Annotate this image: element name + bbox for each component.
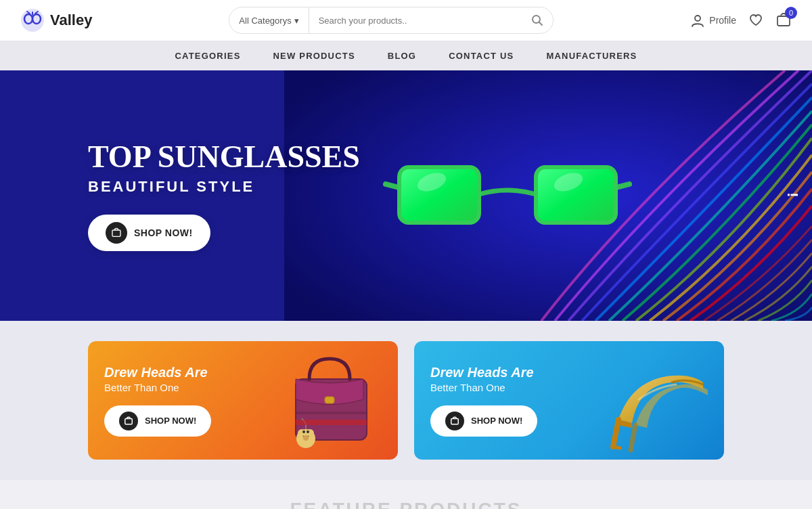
main-nav: CATEGORIES NEW PRODUCTS BLOG CONTACT US … [0, 41, 812, 70]
profile-icon [690, 13, 705, 28]
promo-bag-product [272, 341, 387, 460]
promo-bags-shop-button[interactable]: SHOP NOW! [104, 405, 211, 437]
svg-line-30 [613, 447, 620, 448]
svg-rect-8 [112, 230, 120, 236]
promo-bags-btn-label: SHOP NOW! [145, 416, 196, 426]
shopping-bag-icon [111, 227, 122, 238]
promo-card-shoes: Drew Heads Are Better Than One SHOP NOW! [414, 341, 724, 460]
shopping-bag-icon-sm [124, 416, 133, 426]
search-button[interactable] [522, 14, 553, 26]
nav-manufacturers[interactable]: MANUFACTURERS [546, 51, 637, 61]
promo-shoe-product [598, 341, 713, 460]
hero-hint: ! [784, 192, 801, 198]
search-icon [531, 14, 543, 26]
profile-button[interactable]: Profile [690, 13, 736, 28]
svg-line-4 [539, 22, 543, 26]
promo-shoes-cart-icon [445, 412, 464, 430]
promo-card-shoes-text: Drew Heads Are Better Than One SHOP NOW! [414, 346, 554, 456]
promo-card-shoes-subtitle: Better Than One [430, 382, 537, 393]
chevron-down-icon: ▾ [294, 16, 299, 26]
cart-button[interactable]: 0 [775, 12, 792, 28]
heart-icon [748, 13, 763, 28]
promo-bags-cart-icon [119, 412, 138, 430]
promo-card-bags-subtitle: Better Than One [104, 382, 211, 393]
feature-title: FEATURE PRODUCTS [27, 499, 785, 509]
hero-subtitle: BEAUTIFUL STYLE [88, 178, 360, 196]
logo-text: Valley [50, 12, 92, 29]
svg-rect-27 [296, 420, 367, 425]
promo-card-bags-title: Drew Heads Are [104, 365, 211, 380]
promo-card-bags: Drew Heads Are Better Than One SHOP NOW! [88, 341, 398, 460]
nav-contact-us[interactable]: CONTACT US [449, 51, 514, 61]
svg-rect-17 [325, 397, 334, 403]
category-dropdown[interactable]: All Categorys ▾ [229, 7, 309, 33]
hero-product-image [379, 127, 636, 265]
svg-rect-28 [451, 418, 459, 424]
sunglasses-svg [379, 127, 636, 262]
header-actions: Profile 0 [690, 12, 792, 28]
hero-content: TOP SUNGLASSES BEAUTIFUL STYLE SHOP NOW! [0, 140, 360, 252]
hero-title: TOP SUNGLASSES [88, 140, 360, 175]
nav-categories[interactable]: CATEGORIES [175, 51, 241, 61]
promo-shoes-shop-button[interactable]: SHOP NOW! [430, 405, 537, 437]
hero-section: TOP SUNGLASSES BEAUTIFUL STYLE SHOP NOW! [0, 70, 812, 321]
promo-section: Drew Heads Are Better Than One SHOP NOW! [0, 321, 812, 480]
hero-shop-button[interactable]: SHOP NOW! [88, 215, 210, 251]
heels-svg [598, 341, 713, 457]
search-input[interactable] [309, 7, 522, 33]
svg-point-5 [695, 16, 700, 21]
svg-line-31 [631, 425, 635, 450]
handbag-svg [272, 341, 387, 457]
shopping-bag-icon-sm2 [450, 416, 459, 426]
feature-section: FEATURE PRODUCTS [0, 480, 812, 509]
svg-point-24 [303, 435, 309, 441]
svg-point-22 [302, 430, 305, 433]
wishlist-button[interactable] [748, 13, 763, 28]
promo-card-bags-text: Drew Heads Are Better Than One SHOP NOW! [88, 346, 227, 456]
svg-line-29 [613, 420, 618, 447]
search-bar: All Categorys ▾ [229, 7, 554, 34]
hero-btn-label: SHOP NOW! [134, 227, 193, 238]
promo-card-shoes-title: Drew Heads Are [430, 365, 537, 380]
header: Valley All Categorys ▾ Profile [0, 0, 812, 41]
cart-badge-count: 0 [785, 7, 797, 19]
logo-icon [20, 8, 45, 32]
svg-point-23 [307, 430, 309, 433]
nav-blog[interactable]: BLOG [388, 51, 416, 61]
nav-new-products[interactable]: NEW PRODUCTS [273, 51, 355, 61]
category-label: All Categorys [239, 16, 291, 26]
cart-btn-icon [106, 222, 127, 244]
svg-rect-15 [125, 418, 133, 424]
profile-label: Profile [709, 15, 736, 26]
promo-shoes-btn-label: SHOP NOW! [471, 416, 522, 426]
svg-rect-18 [296, 412, 367, 414]
logo[interactable]: Valley [20, 8, 92, 32]
